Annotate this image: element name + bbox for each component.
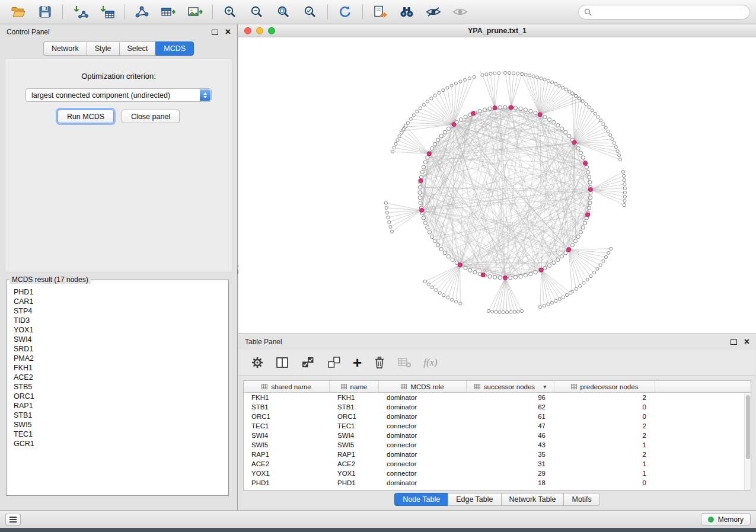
name-cell[interactable]: ACE2 — [330, 459, 379, 469]
name-cell[interactable]: PHD1 — [330, 478, 379, 488]
apply-layout-button[interactable] — [333, 2, 358, 22]
tab-node-table[interactable]: Node Table — [394, 493, 448, 506]
name-cell[interactable]: YOX1 — [330, 469, 379, 478]
mcds-role-cell[interactable]: dominator — [379, 450, 467, 459]
criterion-dropdown[interactable]: largest connected component (undirected) — [25, 88, 212, 102]
predecessor-nodes-cell[interactable]: 0 — [554, 478, 655, 488]
predecessor-nodes-cell[interactable]: 0 — [554, 412, 655, 421]
run-mcds-button[interactable]: Run MCDS — [58, 110, 114, 123]
successor-nodes-cell[interactable]: 46 — [467, 431, 554, 440]
show-columns-button[interactable] — [276, 357, 289, 368]
close-window-icon[interactable] — [244, 27, 251, 34]
column-header-MCDS-role[interactable]: MCDS role — [379, 381, 467, 392]
save-session-button[interactable] — [33, 2, 58, 22]
mcds-result-item[interactable]: ACE2 — [8, 373, 227, 382]
mcds-result-item[interactable]: TID3 — [8, 316, 227, 325]
close-panel-icon[interactable]: × — [744, 338, 749, 346]
find-button[interactable] — [394, 2, 419, 22]
table-scrollbar[interactable] — [744, 393, 751, 490]
successor-nodes-cell[interactable]: 18 — [467, 478, 554, 488]
name-cell[interactable]: FKH1 — [330, 393, 379, 402]
network-canvas[interactable] — [238, 37, 756, 334]
search-input[interactable] — [595, 7, 744, 17]
search-box[interactable] — [578, 5, 750, 20]
dominator-node[interactable] — [481, 273, 485, 277]
dominator-node[interactable] — [509, 105, 513, 110]
zoom-fit-button[interactable] — [271, 2, 296, 22]
name-cell[interactable]: ORC1 — [330, 412, 379, 421]
zoom-in-button[interactable] — [218, 2, 243, 22]
memory-button[interactable]: Memory — [701, 513, 751, 525]
mcds-role-cell[interactable]: connector — [379, 459, 467, 469]
deselect-all-button[interactable] — [327, 356, 341, 369]
chevron-down-icon[interactable]: ▾ — [543, 383, 546, 390]
predecessor-nodes-cell[interactable]: 2 — [554, 393, 655, 402]
name-cell[interactable]: SWI5 — [330, 440, 379, 450]
float-panel-icon[interactable] — [212, 30, 218, 35]
import-table-button[interactable] — [94, 2, 119, 22]
table-row[interactable]: STB1STB1dominator620 — [244, 402, 751, 412]
table-row[interactable]: ORC1ORC1dominator610 — [244, 412, 751, 421]
export-image-button[interactable] — [183, 2, 208, 22]
dominator-node[interactable] — [583, 161, 588, 165]
dominator-node[interactable] — [419, 179, 423, 183]
import-network-button[interactable] — [68, 2, 92, 22]
add-column-button[interactable]: + — [353, 357, 362, 368]
mcds-role-cell[interactable]: connector — [379, 421, 467, 431]
table-row[interactable]: YOX1YOX1connector291 — [244, 469, 751, 478]
dominator-node[interactable] — [586, 213, 590, 217]
table-row[interactable]: ACE2ACE2connector311 — [244, 459, 751, 469]
tab-network[interactable]: Network — [43, 41, 87, 56]
dominator-node[interactable] — [588, 188, 592, 192]
mcds-result-item[interactable]: TEC1 — [8, 430, 227, 439]
predecessor-nodes-cell[interactable]: 0 — [554, 402, 655, 412]
mcds-result-item[interactable]: STP4 — [8, 306, 227, 316]
predecessor-nodes-cell[interactable]: 2 — [554, 431, 655, 440]
mcds-result-item[interactable]: CAR1 — [8, 297, 227, 306]
shared-name-cell[interactable]: STB1 — [244, 402, 330, 412]
shared-name-cell[interactable]: SWI5 — [244, 440, 330, 450]
table-row[interactable]: SWI5SWI5connector431 — [244, 440, 751, 450]
name-cell[interactable]: STB1 — [330, 402, 379, 412]
mcds-role-cell[interactable]: connector — [379, 440, 467, 450]
name-cell[interactable]: SWI4 — [330, 431, 379, 440]
zoom-out-button[interactable] — [244, 2, 269, 22]
successor-nodes-cell[interactable]: 31 — [467, 459, 554, 469]
shared-name-cell[interactable]: TEC1 — [244, 421, 330, 431]
close-panel-icon[interactable]: × — [225, 28, 231, 36]
dominator-node[interactable] — [471, 111, 476, 116]
delete-column-button[interactable] — [374, 356, 385, 369]
column-header-successor-nodes[interactable]: successor nodes▾ — [467, 381, 554, 392]
table-settings-button[interactable] — [251, 356, 264, 369]
scrollbar-thumb[interactable] — [746, 395, 750, 459]
export-table-button[interactable] — [156, 2, 181, 22]
dominator-node[interactable] — [538, 113, 542, 117]
mcds-result-item[interactable]: FKH1 — [8, 363, 227, 373]
close-panel-button[interactable]: Close panel — [122, 110, 180, 123]
maximize-window-icon[interactable] — [268, 27, 275, 34]
successor-nodes-cell[interactable]: 61 — [467, 412, 554, 421]
table-row[interactable]: RAP1RAP1dominator352 — [244, 450, 751, 459]
table-row[interactable]: FKH1FKH1dominator962 — [244, 393, 751, 402]
name-cell[interactable]: RAP1 — [330, 450, 379, 459]
shared-name-cell[interactable]: PHD1 — [244, 478, 330, 488]
mcds-result-item[interactable]: SWI4 — [8, 335, 227, 344]
tab-edge-table[interactable]: Edge Table — [448, 493, 500, 506]
successor-nodes-cell[interactable]: 96 — [467, 393, 554, 402]
mcds-result-item[interactable]: RAP1 — [8, 401, 227, 411]
shared-name-cell[interactable]: FKH1 — [244, 393, 330, 402]
minimize-window-icon[interactable] — [256, 27, 263, 34]
apply-function-button[interactable]: f(x) — [423, 357, 438, 368]
name-cell[interactable]: TEC1 — [330, 421, 379, 431]
successor-nodes-cell[interactable]: 47 — [467, 421, 554, 431]
shared-name-cell[interactable]: SWI4 — [244, 431, 330, 440]
mcds-role-cell[interactable]: dominator — [379, 393, 467, 402]
mcds-role-cell[interactable]: dominator — [379, 402, 467, 412]
tab-select[interactable]: Select — [119, 41, 156, 56]
dominator-node[interactable] — [458, 263, 462, 267]
mcds-result-item[interactable]: SRD1 — [8, 344, 227, 354]
tab-mcds[interactable]: MCDS — [155, 41, 194, 56]
predecessor-nodes-cell[interactable]: 2 — [554, 450, 655, 459]
mcds-result-item[interactable]: PMA2 — [8, 354, 227, 363]
mcds-role-cell[interactable]: dominator — [379, 412, 467, 421]
